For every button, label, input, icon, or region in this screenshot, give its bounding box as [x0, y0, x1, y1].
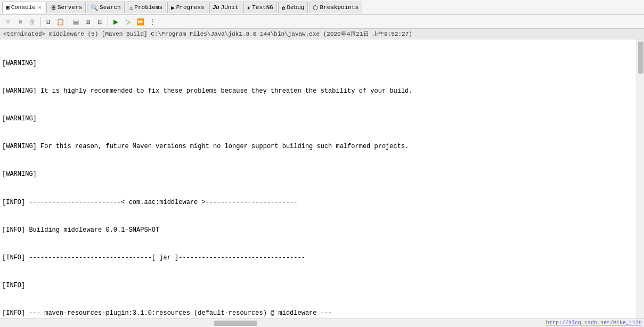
tab-search-label: Search: [100, 4, 121, 11]
paste-button[interactable]: 📋: [54, 17, 66, 27]
line-4: [WARNING]: [2, 170, 634, 179]
scrollbar-thumb-h[interactable]: [214, 321, 257, 326]
run2-button[interactable]: ▷: [122, 17, 134, 27]
tab-breakpoints[interactable]: ⬡ Breakpoints: [309, 2, 362, 13]
line-7: [INFO] --------------------------------[…: [2, 254, 634, 263]
horizontal-scrollbar[interactable]: http://blog.csdn.net/Mike_1129: [0, 318, 644, 327]
scrollbar-thumb-v[interactable]: [638, 42, 643, 73]
vertical-scrollbar[interactable]: [637, 39, 644, 318]
junit-icon: Ju: [213, 5, 219, 11]
tab-progress-label: Progress: [176, 4, 205, 11]
debug-icon: ✿: [282, 4, 286, 11]
tab-servers-label: Servers: [58, 4, 82, 11]
divider-1: [40, 17, 40, 27]
copy-button[interactable]: ⧉: [42, 17, 54, 27]
more-button[interactable]: ⋮: [146, 17, 158, 27]
line-0: [WARNING]: [2, 59, 634, 68]
tab-junit-label: JUnit: [221, 4, 239, 11]
layout-button[interactable]: ⊞: [82, 17, 94, 27]
toolbar: ▣ Console ✕ 🖥 Servers 🔍 Search ⚠ Problem…: [0, 0, 644, 15]
search-icon: 🔍: [91, 4, 98, 11]
tab-testng-label: TestNG: [252, 4, 273, 11]
tab-debug[interactable]: ✿ Debug: [278, 2, 308, 13]
stop-button[interactable]: ■: [14, 17, 26, 27]
status-text: <terminated> middleware (5) [Maven Build…: [3, 30, 412, 38]
tab-search[interactable]: 🔍 Search: [87, 2, 125, 13]
testng-icon: ✦: [247, 4, 251, 11]
divider-3: [108, 17, 108, 27]
tab-testng[interactable]: ✦ TestNG: [243, 2, 277, 13]
tab-junit[interactable]: Ju JUnit: [209, 2, 242, 13]
view-button[interactable]: ▤: [70, 17, 81, 27]
line-1: [WARNING] It is highly recommended to fi…: [2, 87, 634, 96]
remove-button[interactable]: 🗑: [27, 17, 38, 27]
tab-problems[interactable]: ⚠ Problems: [126, 2, 166, 13]
layout2-button[interactable]: ⊟: [94, 17, 106, 27]
console-wrapper: [WARNING] [WARNING] It is highly recomme…: [0, 39, 644, 318]
line-9: [INFO] --- maven-resources-plugin:3.1.0:…: [2, 309, 634, 318]
close-icon[interactable]: ✕: [38, 4, 42, 11]
line-5: [INFO] ------------------------< com.aac…: [2, 198, 634, 207]
tab-console[interactable]: ▣ Console ✕: [2, 2, 45, 13]
clear-button[interactable]: ✕: [2, 17, 14, 27]
run3-button[interactable]: ⏩: [134, 17, 146, 27]
console-output[interactable]: [WARNING] [WARNING] It is highly recomme…: [0, 39, 637, 318]
blog-link[interactable]: http://blog.csdn.net/Mike_1129: [544, 319, 644, 327]
breakpoints-icon: ⬡: [313, 4, 318, 11]
line-8: [INFO]: [2, 281, 634, 290]
line-6: [INFO] Building middleware 0.0.1-SNAPSHO…: [2, 226, 634, 235]
line-2: [WARNING]: [2, 115, 634, 124]
tab-problems-label: Problems: [134, 4, 162, 11]
tab-breakpoints-label: Breakpoints: [320, 4, 358, 11]
servers-icon: 🖥: [50, 4, 56, 11]
divider-2: [68, 17, 68, 27]
problems-icon: ⚠: [129, 4, 133, 11]
progress-icon: ▶: [171, 4, 175, 11]
status-bar: <terminated> middleware (5) [Maven Build…: [0, 29, 644, 39]
tab-console-label: Console: [11, 4, 36, 11]
tab-debug-label: Debug: [287, 4, 304, 11]
run-button[interactable]: ▶: [110, 17, 121, 27]
console-icon: ▣: [6, 4, 10, 11]
action-bar: ✕ ■ 🗑 ⧉ 📋 ▤ ⊞ ⊟ ▶ ▷ ⏩ ⋮: [0, 15, 644, 29]
tab-progress[interactable]: ▶ Progress: [167, 2, 208, 13]
tab-servers[interactable]: 🖥 Servers: [46, 2, 86, 13]
line-3: [WARNING] For this reason, future Maven …: [2, 142, 634, 151]
